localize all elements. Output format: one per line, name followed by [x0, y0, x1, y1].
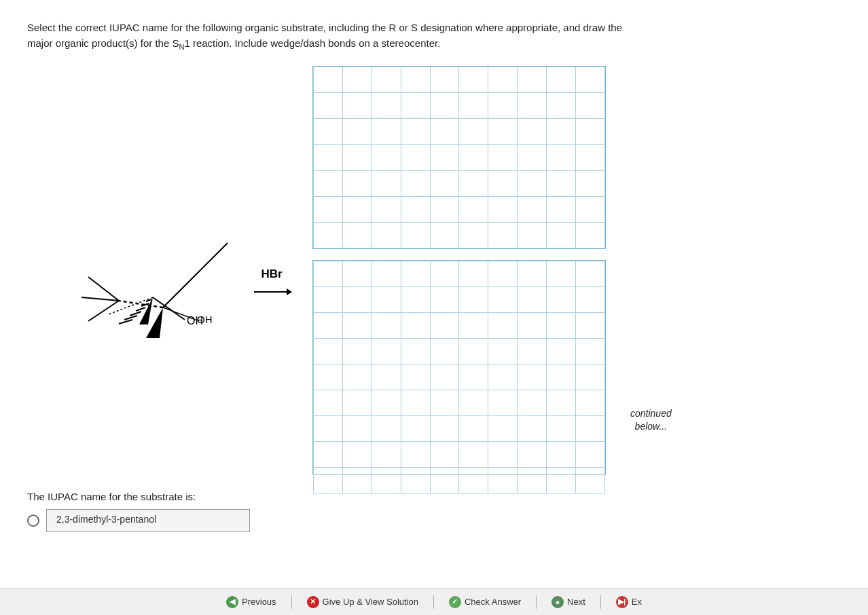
- answer-grid-1[interactable]: [312, 66, 606, 249]
- exit-icon: ▶|: [616, 596, 628, 608]
- svg-line-17: [88, 301, 119, 321]
- svg-line-7: [130, 312, 141, 316]
- reaction-arrow-area: HBr: [251, 240, 292, 300]
- reaction-area: OH: [27, 66, 841, 474]
- toolbar-separator-1: [291, 595, 292, 609]
- toolbar-separator-4: [600, 595, 601, 609]
- reagent-label: HBr: [261, 267, 282, 281]
- check-icon: ✓: [449, 596, 461, 608]
- toolbar-separator-3: [536, 595, 537, 609]
- answer-grids: [312, 66, 606, 474]
- svg-line-1: [153, 297, 185, 320]
- check-answer-button[interactable]: ✓ Check Answer: [444, 593, 526, 611]
- svg-line-16: [88, 277, 119, 301]
- svg-line-12: [163, 308, 196, 320]
- answer-grid-2[interactable]: [312, 260, 606, 474]
- toolbar-separator-2: [433, 595, 434, 609]
- svg-line-9: [119, 320, 132, 324]
- svg-line-11: [200, 243, 228, 270]
- question-text: Select the correct IUPAC name for the fo…: [27, 20, 638, 52]
- svg-line-10: [163, 270, 200, 308]
- svg-line-4: [146, 299, 151, 301]
- svg-marker-20: [287, 288, 292, 295]
- iupac-section: The IUPAC name for the substrate is: 2,3…: [27, 491, 841, 532]
- give-up-icon: ✕: [307, 596, 319, 608]
- iupac-input-row: 2,3-dimethyl-3-pentanol: [27, 509, 841, 532]
- svg-line-6: [136, 308, 145, 311]
- bottom-toolbar: ◀ Previous ✕ Give Up & View Solution ✓ C…: [0, 588, 868, 615]
- previous-icon: ◀: [226, 596, 238, 608]
- give-up-button[interactable]: ✕ Give Up & View Solution: [302, 593, 424, 611]
- iupac-input[interactable]: 2,3-dimethyl-3-pentanol: [46, 509, 250, 532]
- continued-label: continuedbelow...: [630, 407, 672, 474]
- previous-button[interactable]: ◀ Previous: [221, 593, 282, 611]
- svg-text:OH: OH: [197, 314, 213, 325]
- iupac-radio[interactable]: [27, 515, 39, 527]
- svg-line-18: [82, 297, 119, 301]
- next-button[interactable]: ● Next: [546, 593, 591, 611]
- next-icon: ●: [551, 596, 564, 608]
- svg-line-8: [124, 316, 137, 320]
- molecule-structure: OH: [27, 145, 231, 396]
- exit-button[interactable]: ▶| Ex: [611, 593, 647, 611]
